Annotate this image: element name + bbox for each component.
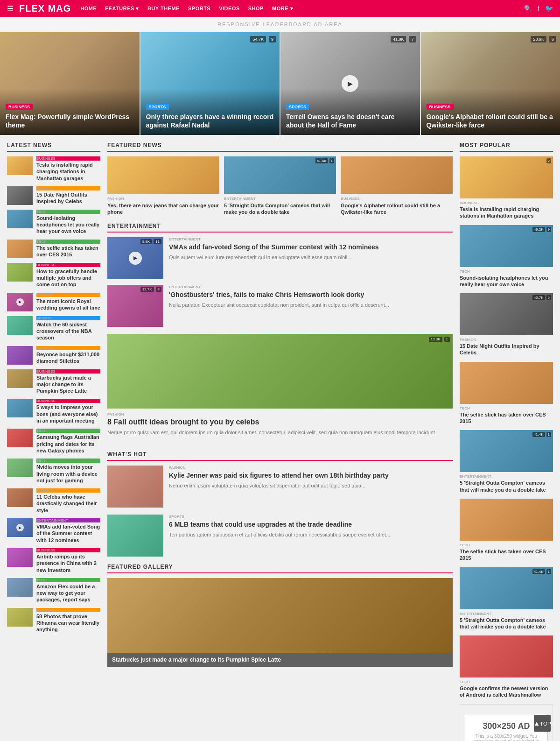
search-icon[interactable]: 🔍 [524,5,532,12]
featured-news-grid: FASHION Yes, there are now jeans that ca… [107,156,453,216]
popular-comments-4: 1 [546,432,551,437]
popular-item-0[interactable]: 2 BUSINESS Tesla is installing rapid cha… [460,156,553,219]
hero-4-category: BUSINESS [427,104,454,110]
left-column: LATEST NEWS BUSINESS Tesla is installing… [7,142,100,741]
facebook-icon[interactable]: f [538,5,539,12]
latest-thumb-7 [7,346,33,365]
popular-item-3[interactable]: TECH The selfie stick has taken over CES… [460,362,553,425]
hero-item-1[interactable]: BUSINESS Flex Mag: Powerfully simple Wor… [0,32,140,135]
latest-cat-16: FASHION [36,608,100,612]
latest-title-12: 11 Celebs who have drastically changed t… [36,494,100,514]
gallery-section[interactable]: Starbucks just made a major change to it… [107,578,453,667]
latest-item-15[interactable]: TECH Amazon Flex could be a new way to g… [7,578,100,603]
ent-thumb-0: 9.8K 11 ▶ [107,237,163,279]
ent-views-0: 9.8K [140,239,152,244]
latest-item-5[interactable]: ▶ FASHION The most iconic Royal wedding … [7,293,100,311]
popular-cat-5: TECH [460,543,553,547]
latest-item-11[interactable]: TECH Nvidia moves into your living room … [7,459,100,484]
latest-thumb-8 [7,369,33,388]
nav-features[interactable]: FEATURES ▾ [105,6,139,12]
popular-item-2[interactable]: 45.7K 6 FASHION 15 Date Night Outfits In… [460,293,553,356]
latest-cat-4: BUSINESS [36,263,100,267]
hero-2-title: Only three players have a winning record… [146,113,274,129]
nav-videos[interactable]: VIDEOS [219,6,240,12]
latest-item-4[interactable]: BUSINESS How to gracefully handle multip… [7,263,100,288]
popular-item-4[interactable]: 41.4K 1 ENTERTAINMENT 5 'Straight Outta … [460,430,553,493]
whats-hot-item-0[interactable]: FASHION Kylie Jenner was paid six figure… [107,466,453,508]
latest-thumb-9 [7,399,33,417]
featured-cat-2: BUSINESS [341,197,453,201]
latest-item-10[interactable]: TECH Samsung flags Australian pricing an… [7,429,100,454]
scroll-top-button[interactable]: ▲TOP [534,715,551,732]
popular-item-6[interactable]: 41.4K 1 ENTERTAINMENT 5 'Straight Outta … [460,567,553,630]
wh-cat-1: SPORTS [169,515,453,519]
latest-item-9[interactable]: BUSINESS 5 ways to impress your boss (an… [7,399,100,424]
latest-thumb-11 [7,459,33,477]
latest-cat-13: ENTERTAINMENT [36,518,100,522]
featured-title-0: Yes, there are now jeans that can charge… [107,202,219,216]
wh-title-0: Kylie Jenner was paid six figures to att… [169,471,453,480]
latest-info-3: TECH The selfie stick has taken over CES… [36,240,100,258]
latest-thumb-10 [7,429,33,447]
popular-title-3: The selfie stick has taken over CES 2015 [460,411,553,425]
latest-title-3: The selfie stick has taken over CES 2015 [36,245,100,258]
ent-info-0: ENTERTAINMENT VMAs add fan-voted Song of… [169,237,453,279]
popular-cat-6: ENTERTAINMENT [460,612,553,616]
hero-4-views: 23.9K [531,36,546,42]
latest-item-6[interactable]: SPORTS Watch the 60 sickest crossovers o… [7,316,100,341]
nav-home[interactable]: HOME [80,6,97,12]
entertainment-item-0[interactable]: 9.8K 11 ▶ ENTERTAINMENT VMAs add fan-vot… [107,237,453,279]
latest-item-2[interactable]: TECH Sound-isolating headphones let you … [7,210,100,235]
nav-more[interactable]: MORE ▾ [272,6,293,12]
popular-item-7[interactable]: TECH Google confirms the newest version … [460,635,553,699]
latest-thumb-3 [7,240,33,258]
latest-thumb-1 [7,186,33,205]
featured-item-1[interactable]: 41.4K 1 ENTERTAINMENT 5 'Straight Outta … [224,156,336,216]
latest-item-0[interactable]: BUSINESS Tesla is installing rapid charg… [7,156,100,182]
wh-excerpt-1: Temporibus autem quibusdam et aut offici… [169,531,453,539]
site-logo[interactable]: FLEX MAG [19,3,71,14]
latest-item-7[interactable]: FASHION Beyonce bought $311,000 diamond … [7,346,100,365]
latest-info-16: FASHION 58 Photos that prove Rihanna can… [36,608,100,633]
latest-item-16[interactable]: FASHION 58 Photos that prove Rihanna can… [7,608,100,633]
latest-item-8[interactable]: BUSINESS Starbucks just made a major cha… [7,369,100,395]
popular-item-5[interactable]: TECH The selfie stick has taken over CES… [460,499,553,562]
hero-1-category: BUSINESS [6,104,33,110]
featured-cat-0: FASHION [107,197,219,201]
hamburger-icon[interactable]: ☰ [7,4,14,13]
most-popular-list: 2 BUSINESS Tesla is installing rapid cha… [460,156,553,699]
latest-thumb-16 [7,608,33,627]
right-column: MOST POPULAR 2 BUSINESS Tesla is install… [460,142,553,741]
nav-shop[interactable]: SHOP [248,6,264,12]
latest-info-14: BUSINESS Airbnb ramps up its presence in… [36,548,100,573]
featured-item-2[interactable]: BUSINESS Google's Alphabet rollout could… [341,156,453,216]
latest-item-12[interactable]: FASHION 11 Celebs who have drastically c… [7,488,100,514]
latest-cat-7: FASHION [36,346,100,350]
popular-comments-6: 1 [546,569,551,574]
ent-cat-0: ENTERTAINMENT [169,237,453,241]
popular-cat-4: ENTERTAINMENT [460,474,553,479]
latest-item-3[interactable]: TECH The selfie stick has taken over CES… [7,240,100,258]
popular-title-7: Google confirms the newest version of An… [460,685,553,699]
whats-hot-item-1[interactable]: SPORTS 6 MLB teams that could use upgrad… [107,515,453,557]
hero-item-3[interactable]: 41.8K 7 ▶ SPORTS Terrell Owens says he d… [280,32,420,135]
fashion-large-item[interactable]: 13.3K 1 FASHION 8 Fall outfit ideas brou… [107,334,453,446]
popular-title-2: 15 Date Night Outfits Inspired by Celebs [460,343,553,356]
nav-sports[interactable]: SPORTS [188,6,210,12]
hero-item-2[interactable]: 54.7K 9 SPORTS Only three players have a… [140,32,280,135]
nav-buy-theme[interactable]: BUY THEME [147,6,180,12]
latest-info-15: TECH Amazon Flex could be a new way to g… [36,578,100,603]
latest-item-14[interactable]: BUSINESS Airbnb ramps up its presence in… [7,548,100,573]
latest-info-0: BUSINESS Tesla is installing rapid charg… [36,156,100,182]
entertainment-item-1[interactable]: 12.7K 3 ENTERTAINMENT 'Ghostbusters' tri… [107,285,453,327]
entertainment-header: ENTERTAINMENT [107,223,453,233]
featured-item-0[interactable]: FASHION Yes, there are now jeans that ca… [107,156,219,216]
latest-item-1[interactable]: FASHION 15 Date Night Outfits Inspired b… [7,186,100,205]
popular-item-1[interactable]: 49.2K 9 TECH Sound-isolating headphones … [460,225,553,288]
twitter-icon[interactable]: 🐦 [545,5,553,12]
latest-item-13[interactable]: ▶ ENTERTAINMENT VMAs add fan-voted Song … [7,518,100,543]
hero-item-4[interactable]: 23.9K 6 BUSINESS Google's Alphabet rollo… [421,32,560,135]
latest-news-header: LATEST NEWS [7,142,100,152]
latest-info-12: FASHION 11 Celebs who have drastically c… [36,488,100,514]
ent-info-1: ENTERTAINMENT 'Ghostbusters' tries, fail… [169,285,453,327]
